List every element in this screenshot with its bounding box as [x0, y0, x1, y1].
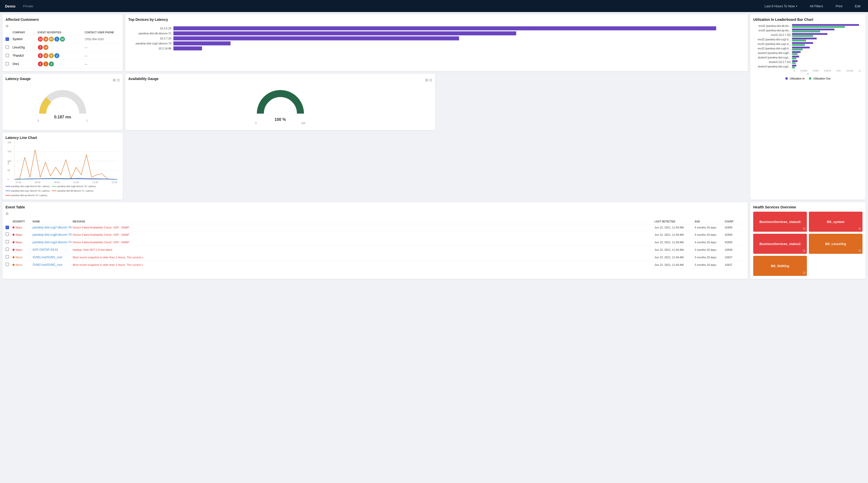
severity-text: Major — [16, 248, 23, 251]
util-out-bar — [792, 67, 795, 68]
latency-line-chart-area: 200 150 100 50 0 — [14, 142, 117, 180]
row-checkbox[interactable] — [5, 62, 12, 66]
event-name[interactable]: panderp-dist-cug3-discvm-74 — [33, 240, 73, 244]
avail-grid-icon-2[interactable]: ⊡ — [429, 78, 432, 82]
latency-gauge-value: 0.187 ms — [54, 115, 71, 119]
device-bar-row: 10.2.14.86 — [128, 47, 745, 50]
avail-grid-icon-1[interactable]: ⊞ — [425, 78, 428, 82]
severity-badge: 20 — [60, 37, 65, 41]
event-count: 10837 — [725, 256, 745, 259]
event-name[interactable]: panderp-dist-cug7-discvm-78 — [33, 226, 73, 229]
event-checkbox[interactable] — [5, 262, 12, 267]
customer-name: LinuxOrg — [12, 46, 38, 49]
header: Demo Private Last 6 Hours To Now ▾ All F… — [0, 0, 868, 12]
gauge-grid-icon-1[interactable]: ⊞ — [113, 78, 116, 82]
health-service-card[interactable]: BS_DellOrgⓘ — [753, 256, 807, 276]
util-double-bar — [792, 29, 863, 32]
util-bar-row: docker0 (panderp-dist-cug8... — [753, 51, 863, 55]
gauge-min: 0 — [38, 119, 39, 122]
util-bar-row: docker0 (10.2.7.20) — [753, 60, 863, 64]
util-in-bar — [792, 47, 810, 48]
row-checkbox[interactable] — [5, 46, 12, 50]
legend-line-color — [52, 191, 57, 191]
event-checkbox[interactable] — [5, 248, 12, 252]
util-bar-label: ens32 (panderp-dist-ap-dis... — [753, 29, 792, 32]
severity-text: Minor — [16, 256, 23, 259]
event-table-row: Majorpanderp-dist-cug3-discvm-74Device F… — [5, 238, 745, 246]
row-checkbox[interactable]: ✓ — [5, 37, 12, 41]
legend-item: panderp-dist-cug8-discvm-80: Latency — [5, 185, 50, 188]
edit-button[interactable]: Edit — [852, 3, 863, 9]
contact-phone: — — [85, 54, 120, 57]
event-table-settings-icon[interactable]: ⚙ — [5, 212, 9, 216]
event-age: 3 months 20 days — [694, 256, 725, 259]
health-card-info-icon[interactable]: ⓘ — [803, 249, 805, 253]
event-checkbox[interactable] — [5, 232, 12, 237]
health-service-card[interactable]: BusinessServices_status2ⓘ — [753, 234, 807, 254]
health-card-info-icon[interactable]: ⓘ — [803, 271, 805, 275]
device-bar-track — [174, 36, 745, 40]
util-double-bar — [792, 56, 863, 59]
event-count: 42899 — [725, 241, 745, 244]
settings-icon[interactable]: ⚙ — [5, 24, 9, 28]
event-severity: Minor — [12, 256, 33, 259]
event-name[interactable]: KNT-ONTAP-93-01 — [33, 248, 73, 252]
y-label-200: 200 — [7, 141, 11, 144]
health-card-info-icon[interactable]: ⓘ — [803, 227, 805, 231]
health-card-info-icon[interactable]: ⓘ — [859, 249, 861, 253]
event-name[interactable]: SVM1:/vol/SVM1_root — [33, 256, 73, 259]
util-in-dot — [785, 77, 788, 80]
event-message: Device Failed Availability Check: UDP - … — [73, 233, 654, 236]
severity-badges: 51582 — [38, 53, 85, 58]
severity-badge: 5 — [38, 53, 43, 58]
util-bar-row: ens32 (panderp-dist-cug8-d... — [753, 47, 863, 50]
util-in-bar — [792, 65, 796, 66]
health-service-card[interactable]: BS_LinuxOrgⓘ — [809, 234, 863, 254]
health-card-info-icon[interactable]: ⓘ — [859, 227, 861, 231]
event-name[interactable]: SVM2:/vol/SVM2_root — [33, 263, 73, 266]
util-out-bar — [792, 35, 813, 37]
device-bar-track — [174, 47, 745, 50]
print-button[interactable]: Print — [833, 3, 845, 9]
gauge-max: 1 — [86, 119, 88, 122]
event-checkbox[interactable] — [5, 255, 12, 259]
row-checkbox[interactable] — [5, 54, 12, 58]
device-bar-label: panderp-dist-db-discvm-71 — [128, 32, 174, 35]
severity-dot — [12, 256, 14, 258]
device-bar-fill — [174, 26, 716, 30]
util-bar-label: docker0 (panderp-dist-cug1... — [753, 56, 792, 59]
event-count: 42899 — [725, 233, 745, 236]
util-out-bar — [792, 53, 798, 55]
severity-dot — [12, 234, 14, 236]
severity-badge: 1 — [43, 61, 49, 66]
severity-text: Major — [16, 226, 23, 229]
y-label-0: 0 — [7, 178, 9, 180]
util-in-bar — [792, 42, 813, 44]
util-out-bar — [792, 62, 796, 64]
phone-col-header: CONTACT USER PHONE — [85, 31, 120, 34]
legend-item-label: panderp-dist-cug7-discvm-78: Latency — [11, 190, 50, 192]
legend-item: panderp-dist-ap-discvm-70: Latency — [5, 194, 48, 197]
event-checkbox[interactable] — [5, 240, 12, 244]
severity-badge: 13 — [38, 37, 43, 41]
event-detected: Jun 22, 2021, 11:58 AM — [654, 241, 694, 244]
health-service-card[interactable]: BS_systemⓘ — [809, 212, 863, 232]
event-table-body: ✓Majorpanderp-dist-cug7-discvm-78Device … — [5, 224, 745, 268]
time-filter-button[interactable]: Last 6 Hours To Now ▾ — [762, 3, 800, 9]
event-name[interactable]: panderp-dist-cug8-discvm-79 — [33, 233, 73, 236]
utilization-chart: ens32 (panderp-dist-db-dis...ens32 (pand… — [753, 24, 863, 68]
severity-text: Major — [16, 233, 23, 236]
event-detected: Jun 22, 2021, 11:46 AM — [654, 256, 694, 259]
device-bar-row: 10.2.7.20 — [128, 36, 745, 40]
gauge-grid-icon-2[interactable]: ⊡ — [117, 78, 120, 82]
latency-gauge-svg — [38, 87, 88, 117]
health-service-card[interactable]: BusinessServices_status6ⓘ — [753, 212, 807, 232]
event-severity: Major — [12, 226, 33, 229]
util-double-bar — [792, 65, 863, 68]
all-filters-button[interactable]: All Filters — [807, 3, 826, 9]
util-out-bar — [792, 26, 845, 28]
util-double-bar — [792, 38, 863, 41]
event-checkbox[interactable]: ✓ — [5, 226, 12, 229]
latency-line-card: Latency Line Chart ms — [2, 133, 123, 200]
age-col-header: AGE — [694, 220, 725, 223]
